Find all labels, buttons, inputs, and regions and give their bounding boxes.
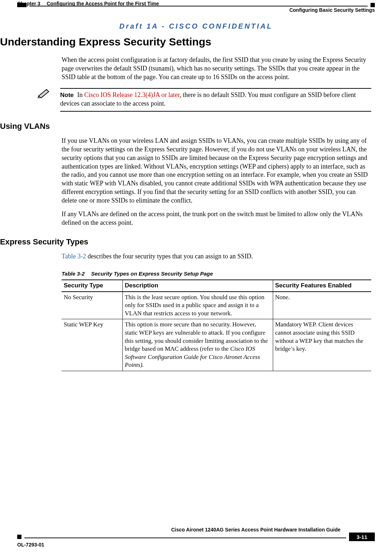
intro-col: When the access point configuration is a… bbox=[62, 56, 371, 82]
vlan-p1: If you use VLANs on your wireless LAN an… bbox=[62, 137, 371, 205]
footer-rule: 3-11 bbox=[17, 533, 375, 541]
cell-description: This option is more secure than no secur… bbox=[122, 319, 273, 371]
table-caption: Table 3-2Security Types on Express Secur… bbox=[62, 270, 371, 277]
footer-block-left bbox=[17, 535, 21, 539]
header-section: Configuring Basic Security Settings bbox=[17, 7, 375, 13]
chapter-title: Configuring the Access Point for the Fir… bbox=[47, 1, 159, 6]
cell-sectype: Static WEP Key bbox=[62, 319, 122, 371]
header-block-right bbox=[371, 3, 375, 7]
table-caption-number: Table 3-2 bbox=[62, 271, 84, 277]
cell-description: This is the least secure option. You sho… bbox=[122, 292, 273, 319]
page-number-badge: 3-11 bbox=[349, 533, 375, 541]
cell-features: None. bbox=[273, 292, 371, 319]
footer-doc-id: OL-7293-01 bbox=[17, 542, 375, 548]
note-label: Note bbox=[60, 92, 74, 98]
cell-sectype: No Security bbox=[62, 292, 122, 319]
types-col: Table 3-2 describes the four security ty… bbox=[62, 252, 371, 371]
table-header-row: Security Type Description Security Featu… bbox=[62, 280, 371, 292]
page-footer: Cisco Aironet 1240AG Series Access Point… bbox=[17, 535, 375, 548]
th-security-type: Security Type bbox=[62, 280, 122, 292]
page-body: Understanding Express Security Settings … bbox=[0, 36, 371, 371]
note-block: NoteIn Cisco IOS Release 12.3(4)JA or la… bbox=[0, 88, 371, 112]
heading-express-types: Express Security Types bbox=[0, 237, 371, 247]
chapter-number: Chapter 3 bbox=[17, 1, 40, 6]
note-release-link[interactable]: Cisco IOS Release 12.3(4)JA or later bbox=[84, 91, 179, 98]
note-text: NoteIn Cisco IOS Release 12.3(4)JA or la… bbox=[60, 91, 371, 108]
types-intro: Table 3-2 describes the four security ty… bbox=[62, 252, 371, 261]
th-features: Security Features Enabled bbox=[273, 280, 371, 292]
types-intro-rest: describes the four security types that y… bbox=[86, 253, 253, 260]
vlan-col: If you use VLANs on your wireless LAN an… bbox=[62, 137, 371, 227]
note-bottom-rule bbox=[60, 111, 371, 112]
cell-features: Mandatory WEP. Client devices cannot ass… bbox=[273, 319, 371, 371]
heading-using-vlans: Using VLANs bbox=[0, 122, 371, 131]
footer-line bbox=[24, 538, 346, 538]
page: Chapter 3 Configuring the Access Point f… bbox=[0, 0, 392, 554]
cell-feat-post: s key. bbox=[292, 345, 306, 352]
cell-feat-pre: Mandatory WEP. Client devices cannot ass… bbox=[275, 321, 363, 352]
note-prefix: In bbox=[77, 91, 84, 98]
note-top-rule bbox=[60, 88, 371, 89]
draft-banner: Draft 1A - CISCO CONFIDENTIAL bbox=[0, 22, 392, 30]
table-row: Static WEP Key This option is more secur… bbox=[62, 319, 371, 371]
footer-guide-title: Cisco Aironet 1240AG Series Access Point… bbox=[17, 527, 340, 533]
table-caption-text: Security Types on Express Security Setup… bbox=[91, 271, 213, 277]
page-header: Chapter 3 Configuring the Access Point f… bbox=[17, 3, 375, 13]
th-description: Description bbox=[122, 280, 273, 292]
table-row: No Security This is the least secure opt… bbox=[62, 292, 371, 319]
security-types-table: Security Type Description Security Featu… bbox=[62, 280, 371, 371]
pencil-icon bbox=[37, 88, 60, 99]
heading-understanding: Understanding Express Security Settings bbox=[0, 36, 371, 48]
table-ref-link[interactable]: Table 3-2 bbox=[62, 253, 86, 260]
vlan-p2: If any VLANs are defined on the access p… bbox=[62, 210, 371, 227]
intro-paragraph: When the access point configuration is a… bbox=[62, 56, 371, 82]
note-body: NoteIn Cisco IOS Release 12.3(4)JA or la… bbox=[60, 88, 371, 112]
